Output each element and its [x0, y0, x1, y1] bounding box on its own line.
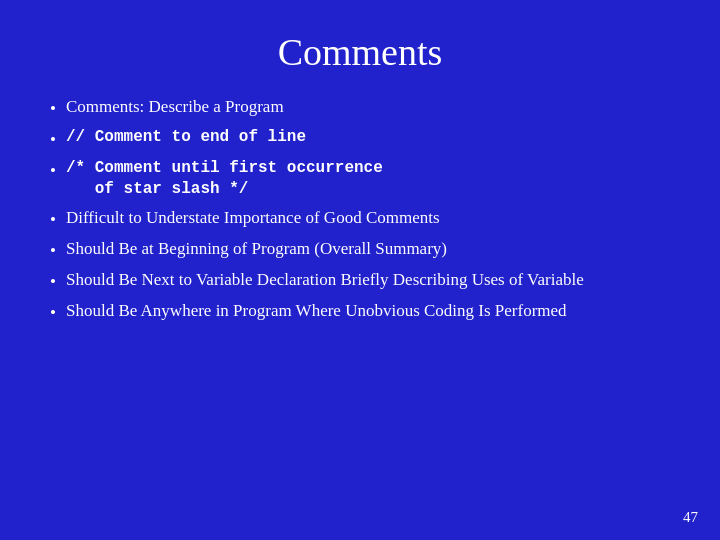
- bullet-text: // Comment to end of line: [66, 127, 670, 149]
- bullet-text: Difficult to Understate Importance of Go…: [66, 207, 670, 230]
- bullet-dot: •: [50, 129, 56, 152]
- slide-number: 47: [683, 509, 698, 526]
- bullet-dot: •: [50, 98, 56, 121]
- bullet-text: Comments: Describe a Program: [66, 96, 670, 119]
- bullet-text: Should Be Next to Variable Declaration B…: [66, 269, 670, 292]
- list-item: • Should Be Next to Variable Declaration…: [50, 269, 670, 294]
- list-item: • Comments: Describe a Program: [50, 96, 670, 121]
- bullet-text: Should Be at Beginning of Program (Overa…: [66, 238, 670, 261]
- list-item: • Should Be Anywhere in Program Where Un…: [50, 300, 670, 325]
- bullet-dot: •: [50, 271, 56, 294]
- bullet-dot: •: [50, 302, 56, 325]
- list-item: • // Comment to end of line: [50, 127, 670, 152]
- bullet-dot: •: [50, 240, 56, 263]
- bullet-dot: •: [50, 160, 56, 183]
- list-item: • Should Be at Beginning of Program (Ove…: [50, 238, 670, 263]
- content-area: • Comments: Describe a Program • // Comm…: [50, 96, 670, 510]
- list-item: • /* Comment until first occurrence of s…: [50, 158, 670, 201]
- list-item: • Difficult to Understate Importance of …: [50, 207, 670, 232]
- slide-title: Comments: [50, 30, 670, 74]
- bullet-text: /* Comment until first occurrence of sta…: [66, 158, 670, 201]
- slide: Comments • Comments: Describe a Program …: [0, 0, 720, 540]
- bullet-dot: •: [50, 209, 56, 232]
- bullet-text: Should Be Anywhere in Program Where Unob…: [66, 300, 670, 323]
